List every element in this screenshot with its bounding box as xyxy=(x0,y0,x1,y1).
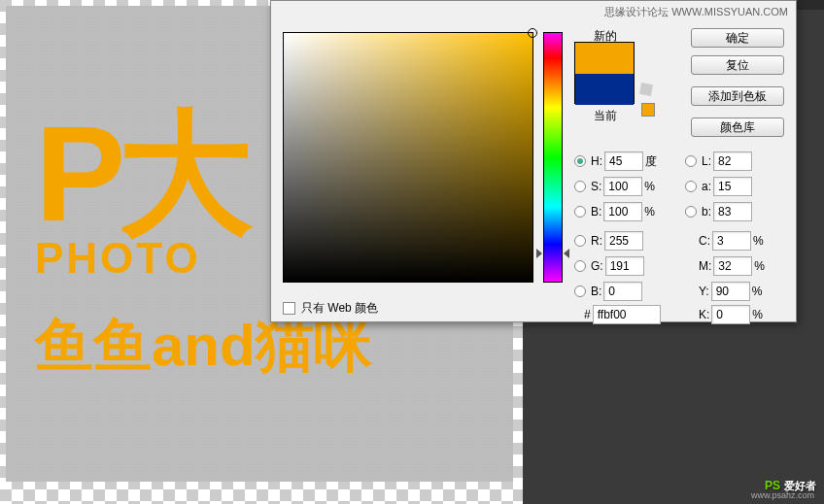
g-radio[interactable] xyxy=(574,260,586,272)
s-input[interactable]: 100 xyxy=(603,177,642,196)
b-label: B: xyxy=(591,205,601,218)
b-unit: % xyxy=(644,205,655,218)
web-only-row: 只有 Web 颜色 xyxy=(283,300,378,317)
canvas-text-2: PHOTO xyxy=(35,234,201,283)
web-safe-swatch[interactable] xyxy=(641,103,655,117)
lab-b-row: b: 83 xyxy=(685,202,752,221)
y-label: Y: xyxy=(699,285,709,298)
hex-row: # ffbf00 xyxy=(584,305,661,324)
hue-pointer-left xyxy=(536,249,542,258)
g-label: G: xyxy=(591,259,603,273)
watermark-url: www.psahz.com xyxy=(751,490,814,500)
color-lib-button[interactable]: 颜色库 xyxy=(691,118,784,137)
reset-button[interactable]: 复位 xyxy=(691,55,784,75)
web-only-label: 只有 Web 颜色 xyxy=(301,300,378,317)
saturation-value-field[interactable] xyxy=(283,32,533,283)
c-unit: % xyxy=(753,234,764,248)
rgb-b-input[interactable]: 0 xyxy=(603,282,642,301)
current-label: 当前 xyxy=(594,108,617,124)
color-picker-dialog: 新的 当前 确定 复位 添加到色板 颜色库 H: 45 度 S: 100 % B… xyxy=(270,0,797,322)
g-row: G: 191 xyxy=(574,256,644,276)
r-radio[interactable] xyxy=(574,235,586,247)
m-row: M: 32 % xyxy=(699,256,765,276)
new-color-swatch xyxy=(575,43,634,74)
b-radio[interactable] xyxy=(574,206,586,218)
s-label: S: xyxy=(591,180,601,193)
h-radio[interactable] xyxy=(574,155,586,167)
r-row: R: 255 xyxy=(574,231,643,251)
rgb-b-label: B: xyxy=(591,285,601,298)
rgb-b-radio[interactable] xyxy=(574,286,586,297)
sv-marker[interactable] xyxy=(528,28,537,38)
g-input[interactable]: 191 xyxy=(605,256,644,276)
c-row: C: 3 % xyxy=(699,231,764,251)
s-radio[interactable] xyxy=(574,181,586,192)
add-swatch-button[interactable]: 添加到色板 xyxy=(691,86,784,106)
cube-icon[interactable] xyxy=(639,83,653,96)
hue-slider[interactable] xyxy=(543,32,563,283)
y-row: Y: 90 % xyxy=(699,282,762,301)
k-unit: % xyxy=(752,308,763,321)
a-input[interactable]: 15 xyxy=(713,177,752,196)
hex-label: # xyxy=(584,308,591,321)
y-input[interactable]: 90 xyxy=(711,282,750,301)
m-label: M: xyxy=(699,259,711,273)
c-input[interactable]: 3 xyxy=(712,231,751,251)
l-input[interactable]: 82 xyxy=(713,151,752,171)
lab-b-radio[interactable] xyxy=(685,206,697,218)
c-label: C: xyxy=(699,234,710,248)
h-unit: 度 xyxy=(645,153,657,170)
y-unit: % xyxy=(752,285,763,298)
rgb-b-row: B: 0 xyxy=(574,282,642,301)
a-radio[interactable] xyxy=(685,181,697,192)
h-input[interactable]: 45 xyxy=(604,151,643,171)
s-row: S: 100 % xyxy=(574,177,655,196)
current-color-swatch xyxy=(575,74,634,105)
l-radio[interactable] xyxy=(685,155,697,167)
a-label: a: xyxy=(702,180,711,193)
r-label: R: xyxy=(591,234,602,248)
m-unit: % xyxy=(754,259,765,273)
r-input[interactable]: 255 xyxy=(604,231,643,251)
h-label: H: xyxy=(591,154,602,168)
h-row: H: 45 度 xyxy=(574,151,657,171)
b-row: B: 100 % xyxy=(574,202,655,221)
lab-b-label: b: xyxy=(702,205,711,218)
hex-input[interactable]: ffbf00 xyxy=(593,305,661,324)
l-row: L: 82 xyxy=(685,151,752,171)
m-input[interactable]: 32 xyxy=(713,256,752,276)
color-preview xyxy=(574,42,635,104)
l-label: L: xyxy=(702,154,711,168)
k-input[interactable]: 0 xyxy=(711,305,750,324)
s-unit: % xyxy=(644,180,655,193)
ok-button[interactable]: 确定 xyxy=(691,28,784,48)
watermark-top: 思缘设计论坛 WWW.MISSYUAN.COM xyxy=(604,5,788,19)
web-only-checkbox[interactable] xyxy=(283,302,295,315)
a-row: a: 15 xyxy=(685,177,752,196)
k-row: K: 0 % xyxy=(699,305,763,324)
k-label: K: xyxy=(699,308,709,321)
lab-b-input[interactable]: 83 xyxy=(713,202,752,221)
b-input[interactable]: 100 xyxy=(603,202,642,221)
hue-pointer-right xyxy=(564,249,569,258)
